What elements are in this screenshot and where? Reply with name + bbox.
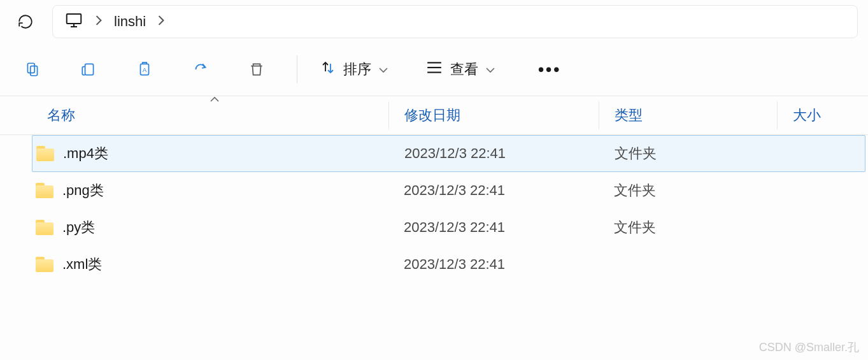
- copy-icon: [80, 61, 97, 78]
- table-row[interactable]: .png类 2023/12/3 22:41 文件夹: [32, 172, 868, 209]
- file-date-cell: 2023/12/3 22:41: [388, 256, 599, 273]
- file-date-cell: 2023/12/3 22:41: [389, 145, 599, 162]
- table-row[interactable]: .py类 2023/12/3 22:41 文件夹: [32, 209, 868, 246]
- sort-indicator-icon: [210, 94, 219, 104]
- file-name-label: .mp4类: [63, 144, 108, 163]
- file-type-cell: 文件夹: [599, 144, 778, 163]
- sort-button[interactable]: 排序: [314, 54, 394, 85]
- file-name-label: .xml类: [62, 255, 102, 274]
- folder-icon: [36, 257, 53, 272]
- more-button[interactable]: •••: [527, 54, 573, 85]
- file-name-cell: .xml类: [32, 255, 388, 274]
- svg-rect-1: [27, 63, 34, 73]
- more-icon: •••: [538, 60, 561, 80]
- chevron-right-icon[interactable]: [157, 15, 165, 29]
- refresh-icon: [17, 13, 34, 30]
- breadcrumb-item-linshi[interactable]: linshi: [114, 13, 146, 30]
- sort-icon: [320, 60, 336, 79]
- view-button[interactable]: 查看: [420, 54, 501, 85]
- share-icon: [192, 61, 209, 78]
- address-bar: linshi: [0, 0, 868, 43]
- svg-rect-3: [85, 64, 94, 75]
- chevron-down-icon: [379, 64, 388, 75]
- file-name-cell: .mp4类: [32, 144, 389, 163]
- column-header-type[interactable]: 类型: [599, 101, 777, 129]
- folder-icon: [36, 183, 53, 198]
- sort-label: 排序: [343, 60, 371, 79]
- column-header-date[interactable]: 修改日期: [388, 101, 599, 129]
- svg-rect-2: [31, 66, 38, 76]
- toolbar-divider: [297, 55, 297, 83]
- delete-button[interactable]: [237, 54, 276, 85]
- trash-icon: [248, 61, 265, 78]
- table-row[interactable]: .mp4类 2023/12/3 22:41 文件夹: [32, 135, 865, 172]
- chevron-down-icon: [486, 64, 495, 75]
- file-date-cell: 2023/12/3 22:41: [388, 182, 599, 199]
- watermark: CSDN @Smaller.孔: [759, 340, 859, 355]
- file-name-cell: .png类: [32, 181, 388, 200]
- table-row[interactable]: .xml类 2023/12/3 22:41: [32, 246, 868, 283]
- copy-button[interactable]: [69, 54, 108, 85]
- computer-icon[interactable]: [64, 11, 83, 32]
- share-button[interactable]: [181, 54, 220, 85]
- file-list: .mp4类 2023/12/3 22:41 文件夹 .png类 2023/12/…: [0, 135, 868, 283]
- column-header-name[interactable]: 名称: [32, 106, 388, 125]
- file-name-label: .py类: [62, 218, 95, 237]
- svg-text:A: A: [143, 66, 147, 73]
- refresh-button[interactable]: [10, 6, 41, 37]
- cut-button[interactable]: [13, 54, 52, 85]
- chevron-right-icon[interactable]: [95, 15, 103, 29]
- file-name-cell: .py类: [32, 218, 388, 237]
- paste-button[interactable]: A: [125, 54, 164, 85]
- file-type-cell: 文件夹: [599, 181, 777, 200]
- cut-icon: [24, 61, 41, 78]
- breadcrumb[interactable]: linshi: [52, 5, 858, 38]
- folder-icon: [36, 220, 53, 235]
- column-header-row: 名称 修改日期 类型 大小: [0, 96, 868, 134]
- toolbar: A 排序 查看 •••: [0, 43, 868, 96]
- column-header-name-label: 名称: [47, 107, 75, 123]
- file-date-cell: 2023/12/3 22:41: [388, 219, 599, 236]
- view-label: 查看: [450, 60, 478, 79]
- view-icon: [426, 61, 443, 78]
- svg-rect-0: [67, 14, 82, 24]
- folder-icon: [36, 146, 54, 161]
- paste-icon: A: [136, 61, 153, 78]
- file-type-cell: 文件夹: [599, 218, 777, 237]
- column-header-size[interactable]: 大小: [777, 101, 868, 129]
- file-name-label: .png类: [62, 181, 104, 200]
